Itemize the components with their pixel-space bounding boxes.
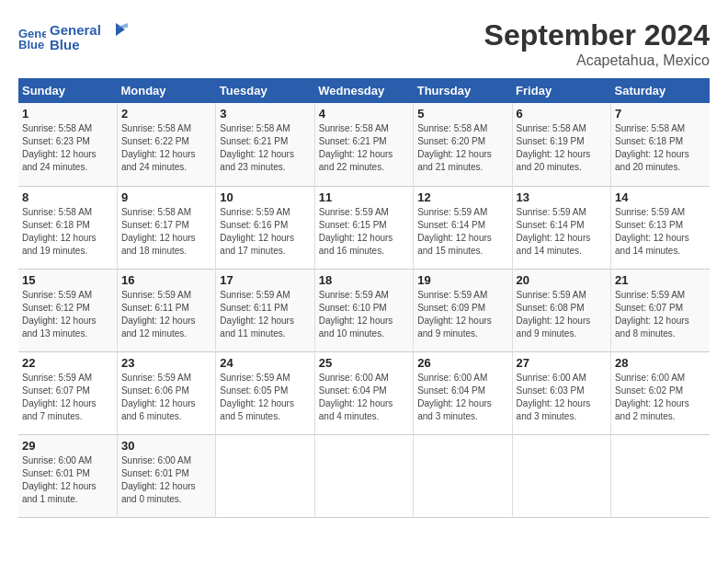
header-day-friday: Friday (512, 78, 610, 103)
calendar-cell: 2Sunrise: 5:58 AM Sunset: 6:22 PM Daylig… (117, 103, 215, 186)
day-info: Sunrise: 5:59 AM Sunset: 6:05 PM Dayligh… (220, 372, 310, 423)
day-info: Sunrise: 5:59 AM Sunset: 6:07 PM Dayligh… (22, 372, 113, 423)
day-info: Sunrise: 6:00 AM Sunset: 6:02 PM Dayligh… (615, 372, 706, 423)
day-number: 16 (121, 273, 211, 287)
calendar-cell: 5Sunrise: 5:58 AM Sunset: 6:20 PM Daylig… (414, 103, 512, 186)
calendar-cell: 7Sunrise: 5:58 AM Sunset: 6:18 PM Daylig… (611, 103, 710, 186)
calendar-cell: 26Sunrise: 6:00 AM Sunset: 6:04 PM Dayli… (414, 351, 512, 434)
day-info: Sunrise: 5:59 AM Sunset: 6:06 PM Dayligh… (121, 372, 211, 423)
day-number: 22 (22, 356, 113, 370)
calendar-cell: 29Sunrise: 6:00 AM Sunset: 6:01 PM Dayli… (18, 434, 117, 517)
day-number: 23 (121, 356, 211, 370)
calendar-cell: 22Sunrise: 5:59 AM Sunset: 6:07 PM Dayli… (18, 351, 117, 434)
day-info: Sunrise: 6:00 AM Sunset: 6:01 PM Dayligh… (121, 454, 211, 506)
day-info: Sunrise: 5:59 AM Sunset: 6:09 PM Dayligh… (417, 289, 507, 340)
day-info: Sunrise: 6:00 AM Sunset: 6:04 PM Dayligh… (319, 372, 409, 423)
day-info: Sunrise: 5:58 AM Sunset: 6:23 PM Dayligh… (22, 122, 113, 174)
svg-text:Blue: Blue (18, 38, 44, 51)
calendar-cell: 20Sunrise: 5:59 AM Sunset: 6:08 PM Dayli… (512, 269, 610, 351)
calendar-cell: 18Sunrise: 5:59 AM Sunset: 6:10 PM Dayli… (314, 269, 413, 351)
day-info: Sunrise: 5:59 AM Sunset: 6:14 PM Dayligh… (517, 206, 607, 258)
day-number: 1 (22, 107, 113, 121)
calendar-cell: 4Sunrise: 5:58 AM Sunset: 6:21 PM Daylig… (314, 103, 413, 186)
day-number: 3 (220, 107, 310, 121)
day-number: 20 (517, 273, 607, 287)
header-day-monday: Monday (117, 78, 215, 103)
day-info: Sunrise: 6:00 AM Sunset: 6:04 PM Dayligh… (417, 372, 507, 423)
calendar-cell (512, 434, 610, 517)
day-number: 12 (417, 190, 507, 204)
header-day-tuesday: Tuesday (216, 78, 314, 103)
calendar-week-5: 29Sunrise: 6:00 AM Sunset: 6:01 PM Dayli… (18, 434, 710, 517)
calendar-cell: 16Sunrise: 5:59 AM Sunset: 6:11 PM Dayli… (117, 269, 215, 351)
day-info: Sunrise: 6:00 AM Sunset: 6:01 PM Dayligh… (22, 454, 113, 506)
day-number: 26 (417, 356, 507, 370)
day-number: 29 (22, 439, 113, 453)
day-number: 6 (517, 107, 607, 121)
day-number: 2 (121, 107, 211, 121)
calendar-cell: 9Sunrise: 5:58 AM Sunset: 6:17 PM Daylig… (117, 186, 215, 269)
calendar-cell: 8Sunrise: 5:58 AM Sunset: 6:18 PM Daylig… (18, 186, 117, 269)
calendar-cell: 13Sunrise: 5:59 AM Sunset: 6:14 PM Dayli… (512, 186, 610, 269)
logo-svg: General Blue (50, 18, 132, 55)
day-number: 19 (417, 273, 507, 287)
day-number: 8 (22, 190, 113, 204)
day-number: 27 (517, 356, 607, 370)
calendar-header-row: SundayMondayTuesdayWednesdayThursdayFrid… (18, 78, 710, 103)
day-info: Sunrise: 5:58 AM Sunset: 6:18 PM Dayligh… (22, 206, 113, 258)
day-info: Sunrise: 5:58 AM Sunset: 6:22 PM Dayligh… (121, 122, 211, 174)
calendar-cell: 23Sunrise: 5:59 AM Sunset: 6:06 PM Dayli… (117, 351, 215, 434)
day-number: 18 (319, 273, 409, 287)
logo: General Blue General Blue (18, 18, 132, 55)
day-info: Sunrise: 5:58 AM Sunset: 6:20 PM Dayligh… (417, 122, 507, 174)
day-number: 14 (615, 190, 706, 204)
calendar-cell: 24Sunrise: 5:59 AM Sunset: 6:05 PM Dayli… (216, 351, 314, 434)
day-info: Sunrise: 5:59 AM Sunset: 6:15 PM Dayligh… (319, 206, 409, 258)
calendar-table: SundayMondayTuesdayWednesdayThursdayFrid… (18, 78, 710, 518)
page-header: General Blue General Blue September 2024… (18, 18, 710, 69)
calendar-cell: 12Sunrise: 5:59 AM Sunset: 6:14 PM Dayli… (414, 186, 512, 269)
calendar-cell (314, 434, 413, 517)
day-number: 7 (615, 107, 706, 121)
day-info: Sunrise: 5:59 AM Sunset: 6:16 PM Dayligh… (220, 206, 310, 258)
title-block: September 2024 Acapetahua, Mexico (484, 18, 710, 69)
calendar-cell: 3Sunrise: 5:58 AM Sunset: 6:21 PM Daylig… (216, 103, 314, 186)
day-number: 24 (220, 356, 310, 370)
day-info: Sunrise: 5:59 AM Sunset: 6:11 PM Dayligh… (220, 289, 310, 340)
svg-text:Blue: Blue (50, 37, 80, 52)
day-number: 9 (121, 190, 211, 204)
calendar-cell: 17Sunrise: 5:59 AM Sunset: 6:11 PM Dayli… (216, 269, 314, 351)
day-info: Sunrise: 5:59 AM Sunset: 6:07 PM Dayligh… (615, 289, 706, 340)
day-info: Sunrise: 5:59 AM Sunset: 6:10 PM Dayligh… (319, 289, 409, 340)
day-info: Sunrise: 5:59 AM Sunset: 6:13 PM Dayligh… (615, 206, 706, 258)
calendar-cell: 19Sunrise: 5:59 AM Sunset: 6:09 PM Dayli… (414, 269, 512, 351)
day-number: 11 (319, 190, 409, 204)
calendar-cell: 11Sunrise: 5:59 AM Sunset: 6:15 PM Dayli… (314, 186, 413, 269)
day-number: 21 (615, 273, 706, 287)
day-number: 5 (417, 107, 507, 121)
day-info: Sunrise: 6:00 AM Sunset: 6:03 PM Dayligh… (517, 372, 607, 423)
calendar-cell: 28Sunrise: 6:00 AM Sunset: 6:02 PM Dayli… (611, 351, 710, 434)
day-number: 10 (220, 190, 310, 204)
location-title: Acapetahua, Mexico (484, 52, 710, 69)
calendar-week-3: 15Sunrise: 5:59 AM Sunset: 6:12 PM Dayli… (18, 269, 710, 351)
calendar-cell (216, 434, 314, 517)
day-number: 17 (220, 273, 310, 287)
calendar-cell: 27Sunrise: 6:00 AM Sunset: 6:03 PM Dayli… (512, 351, 610, 434)
calendar-cell: 21Sunrise: 5:59 AM Sunset: 6:07 PM Dayli… (611, 269, 710, 351)
day-info: Sunrise: 5:58 AM Sunset: 6:21 PM Dayligh… (319, 122, 409, 174)
month-title: September 2024 (484, 18, 710, 52)
calendar-week-4: 22Sunrise: 5:59 AM Sunset: 6:07 PM Dayli… (18, 351, 710, 434)
calendar-cell: 10Sunrise: 5:59 AM Sunset: 6:16 PM Dayli… (216, 186, 314, 269)
day-number: 28 (615, 356, 706, 370)
day-number: 25 (319, 356, 409, 370)
day-number: 15 (22, 273, 113, 287)
calendar-cell: 15Sunrise: 5:59 AM Sunset: 6:12 PM Dayli… (18, 269, 117, 351)
header-day-wednesday: Wednesday (314, 78, 413, 103)
header-day-thursday: Thursday (414, 78, 512, 103)
calendar-cell (414, 434, 512, 517)
calendar-body: 1Sunrise: 5:58 AM Sunset: 6:23 PM Daylig… (18, 103, 710, 517)
calendar-week-2: 8Sunrise: 5:58 AM Sunset: 6:18 PM Daylig… (18, 186, 710, 269)
calendar-week-1: 1Sunrise: 5:58 AM Sunset: 6:23 PM Daylig… (18, 103, 710, 186)
calendar-cell: 1Sunrise: 5:58 AM Sunset: 6:23 PM Daylig… (18, 103, 117, 186)
